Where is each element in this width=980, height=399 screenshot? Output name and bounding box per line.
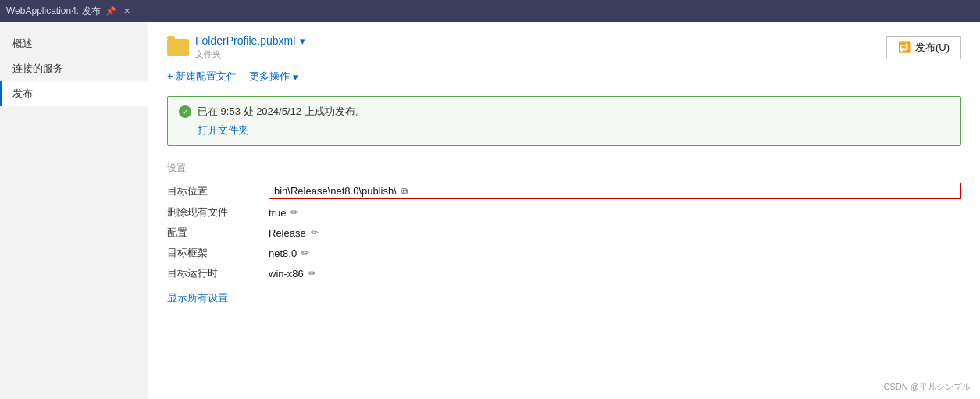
target-location-text: bin\Release\net8.0\publish\ (274, 185, 397, 197)
success-top: ✓ 已在 9:53 处 2024/5/12 上成功发布。 (179, 105, 950, 119)
configuration-text: Release (269, 227, 306, 239)
profile-info: FolderProfile.pubxml ▾ 文件夹 (195, 34, 305, 60)
new-config-label: + 新建配置文件 (167, 69, 237, 84)
label-target-framework: 目标框架 (167, 246, 269, 260)
label-delete-files: 删除现有文件 (167, 205, 269, 219)
value-target-location: bin\Release\net8.0\publish\ ⧉ (269, 183, 961, 199)
sidebar-item-connected-services[interactable]: 连接的服务 (0, 56, 148, 81)
main-content: FolderProfile.pubxml ▾ 文件夹 🔁 发布(U) + 新建配… (148, 22, 980, 399)
title-bar: WebApplication4: 发布 📌 × (0, 0, 980, 22)
app-container: 概述 连接的服务 发布 FolderProfile.pubxml ▾ 文件夹 🔁… (0, 22, 980, 399)
edit-icon-delete[interactable]: ✏ (290, 207, 298, 218)
more-actions-label: 更多操作 (249, 69, 290, 84)
pin-icon: 📌 (105, 6, 116, 16)
target-runtime-text: win-x86 (269, 268, 304, 280)
publish-button[interactable]: 🔁 发布(U) (886, 36, 961, 59)
value-target-runtime: win-x86 ✏ (269, 268, 961, 280)
sidebar-item-overview[interactable]: 概述 (0, 31, 148, 56)
edit-icon-framework[interactable]: ✏ (301, 248, 309, 258)
value-configuration: Release ✏ (269, 227, 961, 239)
new-config-button[interactable]: + 新建配置文件 (167, 69, 237, 84)
target-framework-text: net8.0 (269, 248, 297, 259)
edit-icon-runtime[interactable]: ✏ (308, 268, 316, 279)
settings-grid: 目标位置 bin\Release\net8.0\publish\ ⧉ 删除现有文… (167, 183, 961, 280)
publish-button-label: 发布(U) (915, 41, 950, 55)
edit-icon-config[interactable]: ✏ (311, 227, 319, 238)
toolbar: + 新建配置文件 更多操作 ▾ (167, 69, 961, 84)
profile-subtext: 文件夹 (195, 48, 305, 60)
success-banner: ✓ 已在 9:53 处 2024/5/12 上成功发布。 打开文件夹 (167, 96, 961, 146)
watermark: CSDN @平凡シンプル (884, 381, 971, 393)
title-bar-text: WebApplication4: 发布 (6, 5, 101, 18)
value-delete-files: true ✏ (269, 207, 961, 219)
close-button[interactable]: × (121, 5, 134, 17)
open-folder-link[interactable]: 打开文件夹 (198, 124, 248, 136)
profile-dropdown-arrow[interactable]: ▾ (300, 35, 305, 47)
label-configuration: 配置 (167, 226, 269, 240)
success-text: 已在 9:53 处 2024/5/12 上成功发布。 (198, 105, 365, 119)
settings-title: 设置 (167, 162, 961, 175)
settings-section: 设置 目标位置 bin\Release\net8.0\publish\ ⧉ 删除… (167, 162, 961, 305)
show-all-settings-link[interactable]: 显示所有设置 (167, 291, 228, 305)
folder-icon (167, 39, 189, 56)
more-actions-button[interactable]: 更多操作 ▾ (249, 69, 298, 84)
sidebar: 概述 连接的服务 发布 (0, 22, 148, 399)
label-target-runtime: 目标运行时 (167, 266, 269, 280)
profile-name[interactable]: FolderProfile.pubxml (195, 34, 295, 47)
value-target-framework: net8.0 ✏ (269, 248, 961, 259)
more-actions-arrow: ▾ (293, 71, 298, 83)
delete-files-text: true (269, 207, 286, 219)
success-icon: ✓ (179, 105, 191, 118)
label-target-location: 目标位置 (167, 184, 269, 198)
copy-icon[interactable]: ⧉ (401, 186, 408, 197)
header-row: FolderProfile.pubxml ▾ 文件夹 🔁 发布(U) (167, 34, 961, 60)
publish-icon: 🔁 (898, 41, 911, 53)
sidebar-item-publish[interactable]: 发布 (0, 81, 148, 106)
header-left: FolderProfile.pubxml ▾ 文件夹 (167, 34, 305, 60)
